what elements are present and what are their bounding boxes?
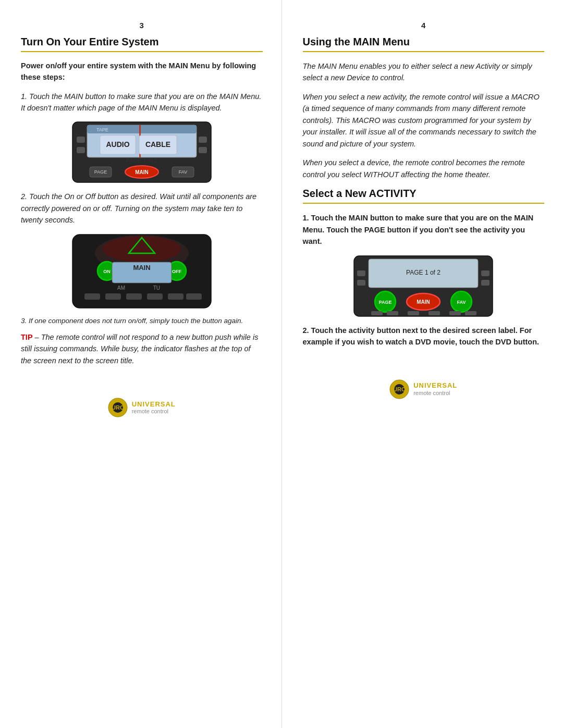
left-step3-caption: 3. If one component does not turn on/off… xyxy=(21,316,263,326)
tip-label: TIP xyxy=(21,333,33,341)
svg-rect-32 xyxy=(84,293,100,300)
logo-remote-left: remote control xyxy=(132,408,176,414)
svg-text:PAGE: PAGE xyxy=(94,169,107,175)
svg-text:FAV: FAV xyxy=(457,300,466,305)
logo-icon-right: URC xyxy=(389,379,409,399)
svg-rect-55 xyxy=(387,311,398,315)
svg-text:FAV: FAV xyxy=(179,169,187,175)
logo-universal-right: UNIVERSAL xyxy=(413,382,457,389)
svg-rect-53 xyxy=(481,280,489,286)
svg-text:MAIN: MAIN xyxy=(135,169,149,175)
left-section-title: Turn On Your Entire System xyxy=(21,36,263,52)
tip-block: TIP – The remote control will not respon… xyxy=(21,331,263,366)
svg-rect-17 xyxy=(77,147,85,153)
svg-text:TAPE: TAPE xyxy=(96,127,108,132)
svg-text:PAGE 1 of 2: PAGE 1 of 2 xyxy=(126,157,157,164)
svg-text:PAGE 1 of 2: PAGE 1 of 2 xyxy=(406,269,440,276)
remote-image-2: ON OFF MAIN AM TU xyxy=(71,233,212,309)
svg-rect-19 xyxy=(199,147,207,153)
logo-remote-right: remote control xyxy=(413,390,457,396)
svg-text:AM: AM xyxy=(117,285,125,291)
svg-rect-56 xyxy=(408,311,419,315)
svg-rect-34 xyxy=(126,293,142,300)
left-logo: URC UNIVERSAL remote control xyxy=(21,398,263,417)
svg-text:URC: URC xyxy=(393,386,406,392)
svg-text:ON: ON xyxy=(103,269,111,274)
svg-text:PAGE: PAGE xyxy=(379,300,392,305)
svg-text:MAIN: MAIN xyxy=(417,299,430,305)
right-page-number: 4 xyxy=(303,21,545,30)
remote-image-1: TAPE AUDIO CABLE PAGE 1 of 2 PAGE MAIN F… xyxy=(71,121,212,183)
logo-universal-left: UNIVERSAL xyxy=(132,401,176,408)
remote-image-3: PAGE 1 of 2 PAGE MAIN FAV xyxy=(353,255,494,317)
right-step2-bold: 2. Touch the activity button next to the… xyxy=(303,325,545,348)
right-logo: URC UNIVERSAL remote control xyxy=(303,379,545,399)
svg-rect-57 xyxy=(429,311,440,315)
tip-text: – The remote control will not respond to… xyxy=(21,333,258,365)
svg-text:TU: TU xyxy=(153,285,160,291)
svg-point-22 xyxy=(103,236,181,262)
svg-rect-33 xyxy=(105,293,121,300)
svg-rect-54 xyxy=(371,311,383,315)
logo-icon-left: URC xyxy=(108,398,128,417)
svg-rect-52 xyxy=(481,270,489,276)
right-step1-bold: 1. Touch the MAIN button to make sure th… xyxy=(303,212,545,247)
svg-rect-36 xyxy=(168,293,183,300)
right-logo-text: UNIVERSAL remote control xyxy=(413,382,457,396)
svg-text:OFF: OFF xyxy=(172,269,181,274)
right-section-title-2: Select a New ACTIVITY xyxy=(303,188,545,204)
right-para1: The MAIN Menu enables you to either sele… xyxy=(303,60,545,84)
svg-text:CABLE: CABLE xyxy=(145,140,170,149)
svg-text:MAIN: MAIN xyxy=(133,264,150,272)
svg-text:URC: URC xyxy=(112,404,124,411)
svg-rect-59 xyxy=(465,311,476,315)
left-page-number: 3 xyxy=(21,21,263,30)
right-para3: When you select a device, the remote con… xyxy=(303,157,545,180)
svg-rect-16 xyxy=(77,137,85,143)
left-column: 3 Turn On Your Entire System Power on/of… xyxy=(0,0,282,728)
left-step1: 1. Touch the MAIN button to make sure th… xyxy=(21,91,263,114)
right-column: 4 Using the MAIN Menu The MAIN Menu enab… xyxy=(282,0,564,728)
left-logo-text: UNIVERSAL remote control xyxy=(132,401,176,414)
right-para2: When you select a new activity, the remo… xyxy=(303,91,545,150)
left-step2: 2. Touch the On or Off button as desired… xyxy=(21,191,263,226)
svg-rect-50 xyxy=(357,270,365,276)
svg-rect-35 xyxy=(147,293,163,300)
svg-text:AUDIO: AUDIO xyxy=(106,140,129,149)
svg-rect-51 xyxy=(357,280,365,286)
left-bold-intro: Power on/off your entire system with the… xyxy=(21,60,263,83)
svg-rect-58 xyxy=(449,311,461,315)
right-section-title-1: Using the MAIN Menu xyxy=(303,36,545,52)
svg-rect-18 xyxy=(199,137,207,143)
svg-rect-37 xyxy=(186,293,202,300)
